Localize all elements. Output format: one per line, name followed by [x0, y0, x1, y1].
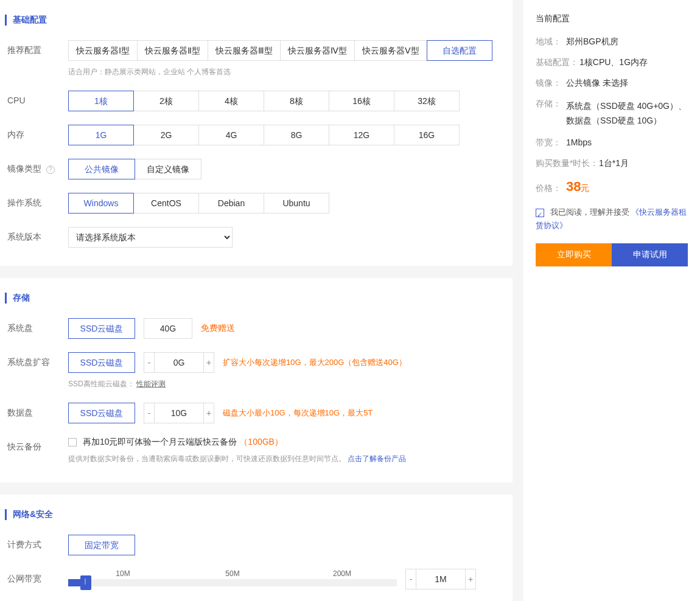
- os-opt-debian[interactable]: Debian: [198, 193, 264, 214]
- row-version: 系统版本 请选择系统版本: [5, 227, 513, 248]
- label-recommend: 推荐配置: [5, 40, 68, 56]
- agree-line[interactable]: 我已阅读，理解并接受 《快云服务器租赁协议》: [536, 206, 688, 232]
- os-opt-centos[interactable]: CentOS: [133, 193, 199, 214]
- buy-button[interactable]: 立即购买: [536, 243, 612, 266]
- label-data-disk: 数据盘: [5, 403, 68, 419]
- mem-opt-3[interactable]: 4G: [198, 125, 264, 145]
- image-opt-custom[interactable]: 自定义镜像: [135, 159, 201, 179]
- bandwidth-slider[interactable]: [68, 579, 397, 586]
- section-title-network: 网络&安全: [5, 509, 513, 520]
- backup-link[interactable]: 点击了解备份产品: [348, 454, 406, 463]
- label-sys-disk: 系统盘: [5, 318, 68, 334]
- cpu-opt-5[interactable]: 16核: [329, 91, 394, 111]
- data-disk-type[interactable]: SSD云磁盘: [68, 403, 135, 423]
- recommend-hint: 适合用户：静态展示类网站，企业站 个人博客首选: [68, 67, 513, 77]
- data-disk-minus[interactable]: -: [144, 403, 155, 423]
- perf-link[interactable]: 性能评测: [136, 380, 166, 388]
- label-backup: 快云备份: [5, 437, 68, 453]
- cpu-opt-3[interactable]: 4核: [198, 91, 264, 111]
- row-sys-disk-expand: 系统盘扩容 SSD云磁盘 - 0G + 扩容大小每次递增10G，最大200G（包…: [5, 352, 513, 389]
- os-opt-windows[interactable]: Windows: [68, 193, 134, 214]
- row-backup: 快云备份 再加10元即可体验一个月云端版快云备份 （100GB） 提供对数据实时…: [5, 437, 513, 464]
- expand-note: 扩容大小每次递增10G，最大200G（包含赠送40G）: [223, 357, 407, 368]
- mem-opt-1[interactable]: 1G: [68, 125, 134, 145]
- section-title-basic: 基础配置: [5, 15, 513, 26]
- billing-opt-fixed[interactable]: 固定带宽: [68, 535, 135, 555]
- section-title-storage: 存储: [5, 293, 513, 304]
- label-sys-disk-expand: 系统盘扩容: [5, 352, 68, 368]
- data-disk-value[interactable]: 10G: [155, 403, 203, 423]
- row-os: 操作系统 Windows CentOS Debian Ubuntu: [5, 193, 513, 214]
- cpu-opt-1[interactable]: 1核: [68, 91, 134, 111]
- bw-value[interactable]: 1M: [416, 569, 465, 589]
- panel-storage: 存储 系统盘 SSD云磁盘 40G 免费赠送 系统盘扩容 SSD云磁盘 - 0G: [0, 278, 513, 482]
- recommend-opt-6[interactable]: 自选配置: [427, 40, 492, 61]
- data-disk-plus[interactable]: +: [203, 403, 214, 423]
- cpu-opt-6[interactable]: 32核: [394, 91, 460, 111]
- bw-plus[interactable]: +: [465, 569, 476, 589]
- price-value: 38: [566, 179, 581, 194]
- label-memory: 内存: [5, 125, 68, 141]
- version-select[interactable]: 请选择系统版本: [68, 227, 233, 248]
- mem-opt-4[interactable]: 8G: [264, 125, 329, 145]
- backup-desc: 提供对数据实时备份，当遭勒索病毒或数据误删时，可快速还原数据到任意时间节点。 点…: [68, 454, 513, 464]
- row-memory: 内存 1G 2G 4G 8G 12G 16G: [5, 125, 513, 145]
- side-title: 当前配置: [536, 13, 688, 24]
- label-billing: 计费方式: [5, 535, 68, 551]
- expand-plus[interactable]: +: [203, 352, 214, 373]
- recommend-opt-2[interactable]: 快云服务器Ⅱ型: [137, 40, 208, 61]
- bw-minus[interactable]: -: [405, 569, 416, 589]
- panel-network: 网络&安全 计费方式 固定带宽 公网带宽: [0, 495, 513, 601]
- slider-marks: 10M 50M 200M: [68, 569, 397, 578]
- row-image-type: 镜像类型 ? 公共镜像 自定义镜像: [5, 159, 513, 179]
- sys-disk-note: 免费赠送: [201, 323, 235, 334]
- label-bandwidth: 公网带宽: [5, 569, 68, 585]
- image-opt-public[interactable]: 公共镜像: [68, 159, 135, 179]
- recommend-opt-3[interactable]: 快云服务器Ⅲ型: [208, 40, 281, 61]
- backup-checkbox[interactable]: [68, 438, 77, 446]
- cpu-opt-2[interactable]: 2核: [133, 91, 199, 111]
- trial-button[interactable]: 申请试用: [612, 243, 688, 266]
- agree-checkbox[interactable]: [536, 209, 544, 217]
- row-bandwidth: 公网带宽 10M 50M 200M: [5, 569, 513, 589]
- panel-basic: 基础配置 推荐配置 快云服务器Ⅰ型 快云服务器Ⅱ型 快云服务器Ⅲ型 快云服务器Ⅳ…: [0, 0, 513, 266]
- row-cpu: CPU 1核 2核 4核 8核 16核 32核: [5, 91, 513, 111]
- expand-minus[interactable]: -: [144, 352, 155, 373]
- expand-disk-type[interactable]: SSD云磁盘: [68, 352, 135, 373]
- label-image-type: 镜像类型 ?: [5, 159, 68, 175]
- recommend-opt-5[interactable]: 快云服务器Ⅴ型: [354, 40, 427, 61]
- row-data-disk: 数据盘 SSD云磁盘 - 10G + 磁盘大小最小10G，每次递增10G，最大5…: [5, 403, 513, 423]
- row-sys-disk: 系统盘 SSD云磁盘 40G 免费赠送: [5, 318, 513, 339]
- label-os: 操作系统: [5, 193, 68, 209]
- expand-value[interactable]: 0G: [155, 352, 203, 373]
- row-recommend: 推荐配置 快云服务器Ⅰ型 快云服务器Ⅱ型 快云服务器Ⅲ型 快云服务器Ⅳ型 快云服…: [5, 40, 513, 77]
- sidebar-current-config: 当前配置 地域：郑州BGP机房 基础配置：1核CPU、1G内存 镜像：公共镜像 …: [523, 0, 700, 601]
- perf-hint: SSD高性能云磁盘： 性能评测: [68, 379, 513, 389]
- mem-opt-2[interactable]: 2G: [133, 125, 199, 145]
- mem-opt-5[interactable]: 12G: [329, 125, 394, 145]
- row-billing: 计费方式 固定带宽: [5, 535, 513, 555]
- mem-opt-6[interactable]: 16G: [394, 125, 460, 145]
- sys-disk-size: 40G: [144, 318, 192, 339]
- recommend-opt-1[interactable]: 快云服务器Ⅰ型: [68, 40, 138, 61]
- recommend-opt-4[interactable]: 快云服务器Ⅳ型: [280, 40, 355, 61]
- label-cpu: CPU: [5, 91, 68, 105]
- backup-check-line[interactable]: 再加10元即可体验一个月云端版快云备份 （100GB）: [68, 437, 513, 448]
- label-version: 系统版本: [5, 227, 68, 243]
- sys-disk-type[interactable]: SSD云磁盘: [68, 318, 135, 339]
- data-disk-note: 磁盘大小最小10G，每次递增10G，最大5T: [223, 408, 373, 419]
- os-opt-ubuntu[interactable]: Ubuntu: [264, 193, 329, 214]
- cpu-opt-4[interactable]: 8核: [264, 91, 329, 111]
- help-icon[interactable]: ?: [46, 165, 55, 174]
